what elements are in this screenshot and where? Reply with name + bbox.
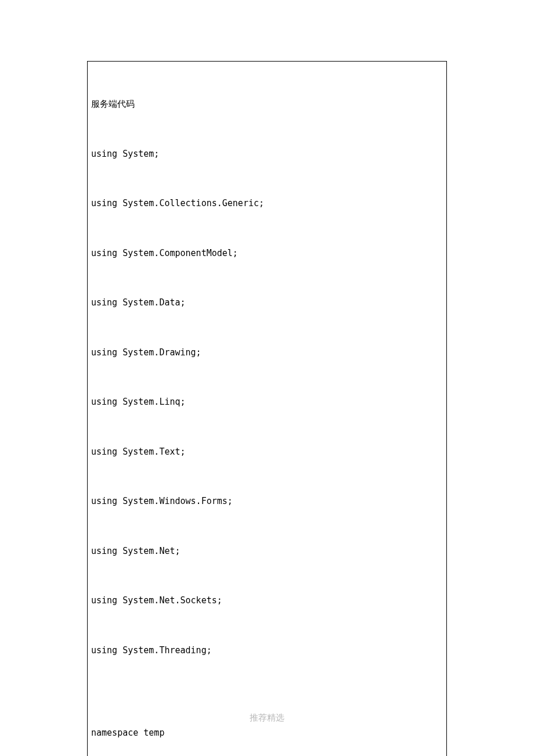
code-line: using System.Drawing; — [91, 344, 443, 361]
code-line: using System.Linq; — [91, 394, 443, 411]
footer-text: 推荐精选 — [0, 710, 534, 726]
code-line: using System.ComponentModel; — [91, 245, 443, 262]
code-line: using System; — [91, 146, 443, 163]
code-line: using System.Windows.Forms; — [91, 493, 443, 510]
code-container: 服务端代码 using System; using System.Collect… — [87, 61, 447, 756]
code-line: using System.Collections.Generic; — [91, 195, 443, 212]
code-line: using System.Threading; — [91, 642, 443, 659]
code-line: using System.Data; — [91, 294, 443, 311]
code-line: using System.Net; — [91, 543, 443, 560]
code-line: using System.Text; — [91, 444, 443, 460]
code-line: using System.Net.Sockets; — [91, 592, 443, 609]
code-line: namespace temp — [91, 725, 443, 741]
code-line: 服务端代码 — [91, 96, 443, 113]
